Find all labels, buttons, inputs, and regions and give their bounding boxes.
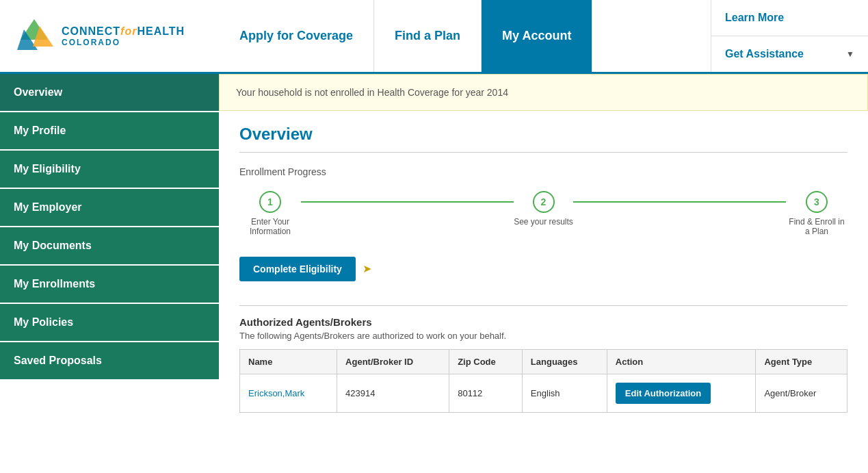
col-broker-id: Agent/Broker ID (337, 350, 449, 374)
step-1-circle: 1 (259, 191, 281, 213)
sidebar-item-my-employer[interactable]: My Employer (0, 189, 219, 227)
content-body: Overview Enrollment Progress 1 Enter You… (219, 111, 868, 426)
col-languages: Languages (522, 350, 607, 374)
header: CONNECTforHEALTH COLORADO Apply for Cove… (0, 0, 868, 74)
alert-banner: Your household is not enrolled in Health… (219, 74, 868, 111)
chevron-down-icon: ▼ (846, 49, 854, 59)
nav-learn-more[interactable]: Learn More (711, 0, 868, 36)
step-3-circle: 3 (806, 191, 828, 213)
logo-area: CONNECTforHEALTH COLORADO (0, 0, 219, 72)
col-name: Name (240, 350, 337, 374)
agents-divider (239, 305, 847, 306)
sidebar-item-my-profile[interactable]: My Profile (0, 112, 219, 151)
table-row: Erickson,Mark 423914 80112 English Edit … (240, 374, 847, 413)
agent-name-link[interactable]: Erickson,Mark (248, 388, 304, 398)
sidebar-item-my-eligibility[interactable]: My Eligibility (0, 151, 219, 189)
agents-table-header-row: Name Agent/Broker ID Zip Code Languages … (240, 350, 847, 374)
agent-name-cell: Erickson,Mark (240, 374, 337, 413)
nav-get-assistance[interactable]: Get Assistance ▼ (711, 36, 868, 72)
logo-text: CONNECTforHEALTH COLORADO (62, 25, 185, 47)
step-line-2 (573, 201, 786, 203)
sidebar-item-my-documents[interactable]: My Documents (0, 227, 219, 266)
nav-my-account[interactable]: My Account (482, 0, 592, 72)
step-3-label: Find & Enroll in a Plan (786, 217, 847, 236)
agents-title: Authorized Agents/Brokers (239, 316, 847, 328)
agent-zip-cell: 80112 (449, 374, 523, 413)
step-line-1 (301, 201, 514, 203)
col-agent-type: Agent Type (756, 350, 847, 374)
sidebar-item-my-policies[interactable]: My Policies (0, 304, 219, 342)
agents-table-body: Erickson,Mark 423914 80112 English Edit … (240, 374, 847, 413)
agent-languages-cell: English (522, 374, 607, 413)
sidebar: Overview My Profile My Eligibility My Em… (0, 74, 219, 473)
sidebar-item-my-enrollments[interactable]: My Enrollments (0, 266, 219, 304)
agent-action-cell: Edit Authorization (607, 374, 756, 413)
main-layout: Overview My Profile My Eligibility My Em… (0, 74, 868, 473)
col-action: Action (607, 350, 756, 374)
complete-eligibility-container: Complete Eligibility ➤ (239, 257, 847, 295)
col-zip: Zip Code (449, 350, 523, 374)
step-1-label: Enter Your Information (239, 217, 301, 236)
main-nav: Apply for Coverage Find a Plan My Accoun… (219, 0, 711, 72)
content-area: Your household is not enrolled in Health… (219, 74, 868, 473)
step-2-circle: 2 (533, 191, 555, 213)
sidebar-item-saved-proposals[interactable]: Saved Proposals (0, 342, 219, 381)
step-3-group: 3 Find & Enroll in a Plan (786, 191, 847, 236)
agents-subtitle: The following Agents/Brokers are authori… (239, 331, 847, 341)
title-divider (239, 152, 847, 153)
step-2-label: See your results (514, 217, 573, 227)
nav-find-plan[interactable]: Find a Plan (374, 0, 482, 72)
progress-steps: 1 Enter Your Information 2 See your resu… (239, 191, 847, 236)
step-1-group: 1 Enter Your Information (239, 191, 301, 236)
enrollment-progress-label: Enrollment Progress (239, 166, 847, 177)
step-2-group: 2 See your results (514, 191, 573, 227)
overview-title: Overview (239, 125, 847, 144)
authorized-agents-section: Authorized Agents/Brokers The following … (239, 316, 847, 413)
complete-eligibility-button[interactable]: Complete Eligibility (239, 257, 356, 281)
agents-table-head: Name Agent/Broker ID Zip Code Languages … (240, 350, 847, 374)
nav-right: Learn More Get Assistance ▼ (711, 0, 868, 72)
sidebar-item-overview[interactable]: Overview (0, 74, 219, 112)
edit-authorization-button[interactable]: Edit Authorization (616, 383, 711, 404)
logo-icon (14, 16, 55, 57)
agent-type-cell: Agent/Broker (756, 374, 847, 413)
agent-broker-id-cell: 423914 (337, 374, 449, 413)
nav-apply-coverage[interactable]: Apply for Coverage (219, 0, 374, 72)
agents-table: Name Agent/Broker ID Zip Code Languages … (239, 349, 847, 413)
cursor-arrow-icon: ➤ (363, 262, 371, 275)
